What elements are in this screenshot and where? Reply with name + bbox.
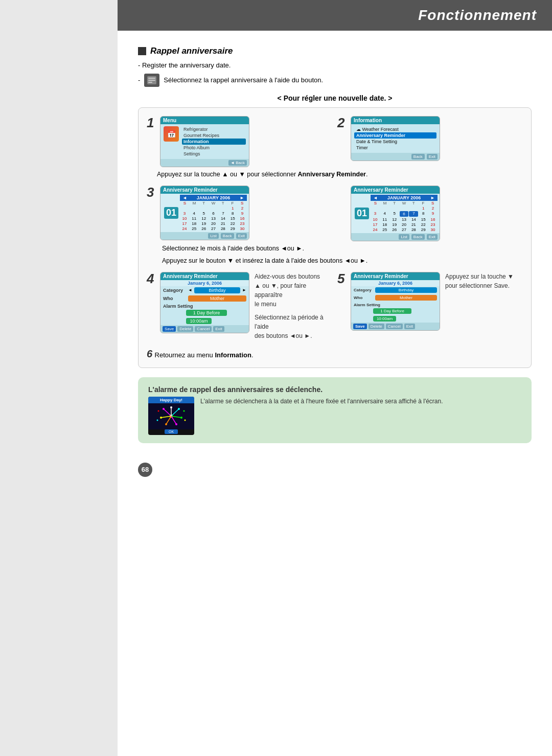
dh-tr1: T: [389, 201, 399, 205]
cal-list-btn-left[interactable]: List: [208, 233, 218, 239]
svg-point-17: [175, 423, 177, 425]
dh-sr1: S: [371, 201, 380, 205]
cal-back-btn-left[interactable]: Back: [221, 233, 234, 239]
cal-list-btn-right[interactable]: List: [399, 234, 409, 240]
step-4-alarm-val: 1 Day Before: [186, 310, 227, 316]
step-3-cal-header-right: Anniversary Reminder: [351, 186, 440, 194]
step-4-who-val: Mother: [188, 295, 246, 302]
step-5-block: 5 Anniversary Reminder January 6, 2006 C…: [337, 272, 440, 340]
step-6-desc: Retournez au menu Information.: [155, 351, 254, 359]
note-body: Happy Day!: [148, 397, 521, 435]
info-timer: Timer: [354, 145, 436, 151]
svg-rect-1: [148, 78, 155, 79]
step-5-category-val: Birthday: [375, 287, 437, 293]
step-2-screen-body: ☁ Weather Forecast Anniversary Reminder …: [351, 124, 440, 153]
step-4-desc: Aidez-vous des boutons▲ ou ▼, pour faire…: [255, 272, 332, 309]
step-6-number: 6: [147, 348, 152, 359]
step-4-delete-btn[interactable]: Delete: [177, 326, 193, 332]
dh-sr2: S: [428, 201, 438, 205]
step-5-alarm-row: Alarm Setting: [351, 302, 440, 308]
step-5-exit-btn[interactable]: Exit: [404, 324, 415, 329]
cal-back-btn-right[interactable]: Back: [411, 234, 425, 240]
cal-day-headers-left: S M T W T F S: [180, 201, 247, 205]
page-number: 68: [138, 463, 152, 477]
step-4-number: 4: [147, 272, 157, 285]
cal-exit-btn-right[interactable]: Exit: [427, 234, 438, 240]
svg-point-12: [163, 408, 165, 410]
step-4-category-row: Category ◄ Birthday ►: [160, 286, 249, 294]
svg-line-9: [166, 416, 171, 424]
step-4-exit-btn[interactable]: Exit: [213, 326, 224, 332]
step-5-date: January 6, 2006: [351, 280, 440, 286]
step-5-save-btn[interactable]: Save: [353, 324, 367, 329]
step-5-cancel-btn[interactable]: Cancel: [386, 324, 403, 329]
step-5-footer: Save Delete Cancel Exit: [351, 323, 440, 330]
cal-month-right: ◄ JANUARY 2006 ►: [371, 195, 438, 201]
step-2-exit-btn[interactable]: Exit: [427, 154, 438, 159]
info-anniversary[interactable]: Anniversary Reminder: [354, 132, 436, 139]
svg-point-13: [178, 408, 180, 410]
step-5-alarm-val: 1 Day Before: [373, 308, 411, 314]
step-4-arrow-left[interactable]: ◄: [188, 288, 192, 292]
cal-grid-right: ◄ JANUARY 2006 ► S M T W T: [371, 195, 438, 232]
step-4-cancel-btn[interactable]: Cancel: [195, 326, 212, 332]
cal-footer-right: List Back Exit: [351, 233, 440, 241]
step-4-save-btn[interactable]: Save: [163, 326, 176, 332]
happy-day-title: Happy Day!: [148, 397, 194, 403]
cal-prev-btn-r[interactable]: ◄: [373, 195, 378, 200]
step-3-cal-top: 01 ◄ JANUARY 2006 ► S M T: [160, 194, 249, 232]
cal-days-left: 12 3456789 10111213141516 17181920212223…: [180, 206, 247, 231]
svg-point-18: [170, 406, 172, 408]
svg-point-20: [183, 410, 185, 411]
dh-f1: F: [228, 201, 238, 205]
fireworks-area: [148, 403, 194, 429]
step-5-number: 5: [337, 272, 348, 285]
step-5-screen: Anniversary Reminder January 6, 2006 Cat…: [351, 272, 440, 331]
step-3-desc2: Appuyez sur le bouton ▼ et insérez la da…: [162, 256, 523, 266]
note-text: L'alarme se déclenchera à la date et à l…: [200, 397, 443, 406]
svg-line-6: [171, 409, 179, 416]
dh-t1: T: [199, 201, 209, 205]
dh-t2: T: [218, 201, 228, 205]
ok-button[interactable]: OK: [165, 429, 178, 434]
step-5-desc-col: Appuyez sur la touche ▼ pour sélectionne…: [445, 272, 523, 340]
pour-regler: < Pour régler une nouvelle date. >: [138, 94, 532, 102]
dh-w1: W: [209, 201, 218, 205]
page-number-container: 68: [138, 463, 552, 477]
step-4-desc-col: Aidez-vous des boutons▲ ou ▼, pour faire…: [255, 272, 332, 340]
cal-grid-left: ◄ JANUARY 2006 ► S M T W T: [180, 195, 247, 231]
step-2-screen: Information ☁ Weather Forecast Anniversa…: [351, 116, 440, 161]
step-4-date: January 6, 2006: [160, 280, 249, 286]
cal-day-7[interactable]: 6: [400, 211, 409, 217]
step-5-delete-btn[interactable]: Delete: [369, 324, 384, 329]
cal-exit-btn-left[interactable]: Exit: [236, 233, 247, 239]
step-1-back-btn[interactable]: ◄ Back: [228, 160, 247, 166]
cal-day-num-left: 01: [164, 207, 178, 219]
cal-next-btn[interactable]: ►: [240, 195, 244, 200]
cal-next-btn-r[interactable]: ►: [430, 195, 435, 200]
info-datetime: Date & Time Setting: [354, 139, 436, 145]
step-2-back-btn[interactable]: Back: [411, 154, 425, 159]
instruction-button: - Sélectionnez la rappel anniversaire à …: [138, 74, 532, 87]
instruction-register: - RefrigeratorRegister the anniversary d…: [138, 60, 532, 71]
step-4-desc2: Sélectionnez la période à l'aidedes bout…: [255, 313, 332, 340]
svg-rect-2: [148, 80, 155, 81]
step-1-screen-body: 📅 Refrigerator Gourmet Recipes Informati…: [160, 124, 249, 159]
step-5-category-row: Category Birthday: [351, 286, 440, 294]
header-title: Fonctionnement: [418, 7, 537, 23]
svg-line-5: [164, 409, 171, 416]
note-box: L'alarme de rappel des anniversaires se …: [138, 377, 532, 443]
step-2-desc: Appuyez sur la touche ▲ ou ▼ pour sélect…: [157, 169, 523, 179]
step-1-footer: ◄ Back: [160, 159, 249, 167]
happy-day-image: Happy Day!: [148, 397, 194, 435]
cal-prev-btn[interactable]: ◄: [182, 195, 187, 200]
step-4-category-label: Category: [163, 288, 186, 293]
svg-point-14: [160, 417, 162, 419]
steps-container: 1 Menu 📅 Refrigerator Gourmet Recipes In…: [138, 107, 532, 368]
step-4-arrow-right[interactable]: ►: [242, 288, 246, 292]
step-4-who-row: Who Mother: [160, 294, 249, 303]
dh-s2: S: [237, 201, 247, 205]
menu-information[interactable]: Information: [182, 139, 246, 145]
cal-days-right: 12 3456789 10111213141516 17181920212223…: [371, 206, 438, 232]
step-1-number: 1: [147, 116, 157, 129]
